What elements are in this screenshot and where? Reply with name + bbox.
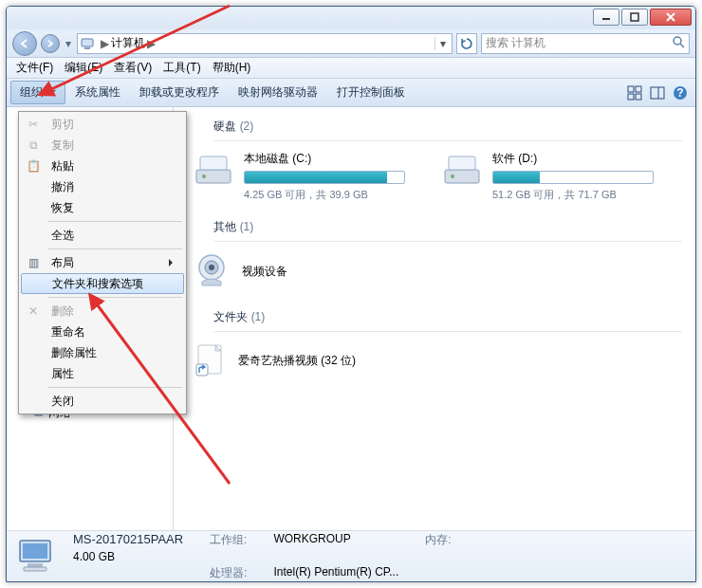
menu-select-all[interactable]: 全选 [21,225,184,246]
search-icon [672,35,685,51]
webcam-icon [193,251,231,292]
menu-rename[interactable]: 重命名 [21,322,184,342]
menu-close[interactable]: 关闭 [21,391,184,412]
layout-icon: ▥ [25,254,42,271]
svg-rect-1 [631,13,638,21]
help-button[interactable]: ? [669,82,692,104]
breadcrumb-sep: ▶ [99,37,111,50]
search-input[interactable]: 搜索 计算机 [481,33,690,54]
section-label: 硬盘 [213,119,236,133]
hdd-icon [193,151,234,189]
svg-rect-33 [28,563,43,567]
menu-redo[interactable]: 恢复 [21,197,184,218]
control-panel-button[interactable]: 打开控制面板 [327,81,415,104]
back-button[interactable] [12,31,37,56]
cpu-label: 处理器: [210,565,247,581]
shortcut-icon [193,341,227,380]
memory-label: 内存: [425,532,451,548]
menu-file[interactable]: 文件(F) [10,58,59,78]
copy-icon: ⧉ [25,137,42,154]
organize-menu: ✂剪切 ⧉复制 📋粘贴 撤消 恢复 全选 ▥布局 文件夹和搜索选项 ✕删除 重命… [18,111,187,414]
device-name: 视频设备 [242,264,287,280]
nav-history-dropdown[interactable]: ▾ [64,37,73,50]
menu-view[interactable]: 查看(V) [108,58,157,78]
memory-value: 4.00 GB [73,550,183,563]
maximize-button[interactable] [621,9,648,26]
menu-layout[interactable]: ▥布局 [21,252,184,273]
section-head-drives[interactable]: 硬盘 (2) [213,115,682,141]
section-other: 其他 (1) 视频设备 [187,215,682,292]
computer-icon [80,36,95,51]
drive-usage-bar [244,171,405,184]
toolbar: 组织 系统属性 卸载或更改程序 映射网络驱动器 打开控制面板 ? [7,79,695,107]
forward-button[interactable] [41,34,60,53]
drive-usage-bar [492,171,654,184]
menu-properties[interactable]: 属性 [21,363,184,384]
menu-tools[interactable]: 工具(T) [157,58,206,78]
svg-point-28 [209,265,214,270]
search-placeholder: 搜索 计算机 [486,35,545,51]
svg-rect-11 [636,94,641,100]
folder-name: 爱奇艺热播视频 (32 位) [238,353,356,369]
nav-row: ▾ ▶ 计算机 ▶ ▾ 搜索 计算机 [7,29,695,58]
address-bar[interactable]: ▶ 计算机 ▶ ▾ [77,33,453,54]
section-head-other[interactable]: 其他 (1) [213,215,682,242]
menu-edit[interactable]: 编辑(E) [59,58,108,78]
preview-pane-button[interactable] [646,82,669,104]
close-button[interactable] [650,9,692,26]
drive-name: 软件 (D:) [492,151,659,167]
drive-d[interactable]: 软件 (D:) 51.2 GB 可用，共 71.7 GB [441,151,659,202]
address-dropdown[interactable]: ▾ [434,37,450,50]
uninstall-button[interactable]: 卸载或更改程序 [130,81,229,104]
svg-rect-34 [24,567,46,571]
menu-help[interactable]: 帮助(H) [207,58,257,78]
device-video[interactable]: 视频设备 [193,251,682,292]
section-head-folders[interactable]: 文件夹 (1) [213,305,682,332]
svg-rect-10 [628,94,634,100]
section-folders: 文件夹 (1) 爱奇艺热播视频 (32 位) [187,305,682,380]
svg-point-24 [451,175,454,178]
map-drive-button[interactable]: 映射网络驱动器 [229,81,327,104]
menu-paste[interactable]: 📋粘贴 [21,156,184,176]
drive-stats: 51.2 GB 可用，共 71.7 GB [492,188,659,202]
cut-icon: ✂ [25,116,42,133]
svg-rect-23 [445,170,479,183]
svg-rect-25 [449,156,475,170]
menu-undo[interactable]: 撤消 [21,176,184,197]
menu-remove-props[interactable]: 删除属性 [21,342,184,363]
view-mode-button[interactable] [623,82,646,104]
organize-button[interactable]: 组织 [10,81,65,104]
drive-stats: 4.25 GB 可用，共 39.9 GB [244,188,411,202]
cpu-value: Intel(R) Pentium(R) CP... [273,565,398,581]
hdd-icon [441,151,483,189]
section-label: 其他 [213,220,236,233]
drive-c[interactable]: 本地磁盘 (C:) 4.25 GB 可用，共 39.9 GB [193,151,411,202]
svg-rect-8 [628,86,634,92]
svg-rect-22 [200,156,227,170]
explorer-window: ▾ ▶ 计算机 ▶ ▾ 搜索 计算机 文件(F) 编辑(E) 查看(V) 工具(… [6,6,696,582]
svg-rect-5 [84,47,90,49]
breadcrumb-root[interactable]: 计算机 [111,35,145,51]
svg-point-6 [674,37,681,45]
statusbar: MS-20170215PAAR 工作组: WORKGROUP 内存: 4.00 … [7,530,695,581]
submenu-arrow-icon [169,259,176,266]
section-count: (2) [240,119,254,133]
status-text: MS-20170215PAAR 工作组: WORKGROUP 内存: 4.00 … [73,532,452,581]
content-pane: 硬盘 (2) 本地磁盘 (C:) 4.25 GB 可用，共 39.9 GB [174,107,695,530]
breadcrumb-sep: ▶ [145,37,157,50]
refresh-button[interactable] [456,33,477,54]
folder-item[interactable]: 爱奇艺热播视频 (32 位) [193,341,682,380]
workgroup-label: 工作组: [210,532,247,548]
menu-delete: ✕删除 [21,301,184,322]
system-properties-button[interactable]: 系统属性 [65,81,130,104]
minimize-button[interactable] [593,9,619,26]
svg-text:?: ? [676,86,683,100]
menu-cut: ✂剪切 [21,114,184,135]
workgroup-value: WORKGROUP [273,532,398,548]
svg-line-7 [680,44,684,47]
drive-name: 本地磁盘 (C:) [244,151,411,167]
section-count: (1) [251,310,266,323]
svg-rect-12 [651,87,664,99]
menu-folder-options[interactable]: 文件夹和搜索选项 [21,273,184,294]
section-count: (1) [240,220,254,233]
